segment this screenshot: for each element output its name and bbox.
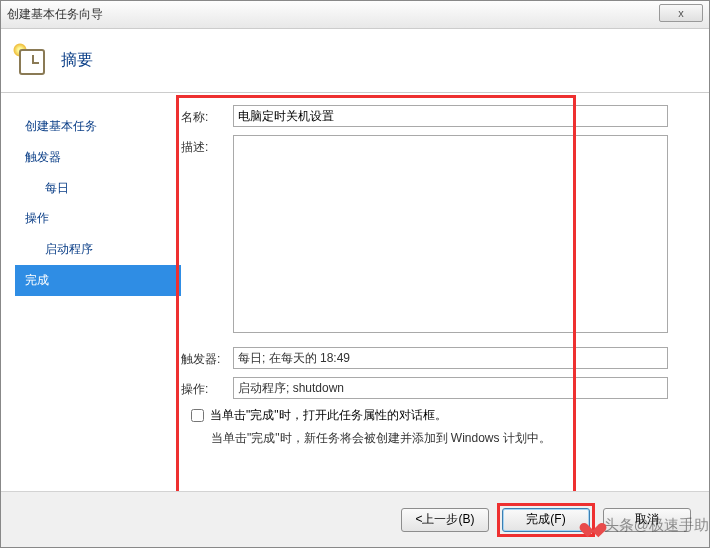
- step-trigger[interactable]: 触发器: [19, 142, 179, 173]
- titlebar: 创建基本任务向导 x: [1, 1, 709, 29]
- step-create-task[interactable]: 创建基本任务: [19, 111, 179, 142]
- trigger-value: [233, 347, 668, 369]
- action-value: [233, 377, 668, 399]
- finish-hint: 当单击"完成"时，新任务将会被创建并添加到 Windows 计划中。: [211, 430, 691, 447]
- action-label: 操作:: [181, 377, 233, 398]
- annotation-highlight-finish: 完成(F): [497, 503, 595, 537]
- wizard-steps-sidebar: 创建基本任务 触发器 每日 操作 启动程序 完成: [1, 93, 181, 491]
- open-properties-checkbox[interactable]: [191, 409, 204, 422]
- name-input[interactable]: [233, 105, 668, 127]
- header-panel: 摘要: [1, 29, 709, 93]
- trigger-label: 触发器:: [181, 347, 233, 368]
- wizard-window: 创建基本任务向导 x 摘要 创建基本任务 触发器 每日 操作 启动程序 完成 名…: [0, 0, 710, 548]
- step-action[interactable]: 操作: [19, 203, 179, 234]
- finish-button[interactable]: 完成(F): [502, 508, 590, 532]
- step-finish[interactable]: 完成: [15, 265, 181, 296]
- step-daily[interactable]: 每日: [19, 173, 179, 204]
- cancel-button[interactable]: 取消: [603, 508, 691, 532]
- open-properties-label: 当单击"完成"时，打开此任务属性的对话框。: [210, 407, 447, 424]
- name-label: 名称:: [181, 105, 233, 126]
- window-title: 创建基本任务向导: [7, 6, 103, 23]
- close-button[interactable]: x: [659, 4, 703, 22]
- task-clock-icon: [13, 43, 49, 79]
- footer: <上一步(B) 完成(F) 取消: [1, 491, 709, 547]
- back-button[interactable]: <上一步(B): [401, 508, 489, 532]
- step-start-program[interactable]: 启动程序: [19, 234, 179, 265]
- close-icon: x: [678, 7, 684, 19]
- main-content: 名称: 描述: 触发器: 操作: 当单击"完成"时，打开此任务属性的对话框。 当…: [181, 93, 709, 491]
- description-textarea[interactable]: [233, 135, 668, 333]
- page-title: 摘要: [61, 50, 93, 71]
- description-label: 描述:: [181, 135, 233, 156]
